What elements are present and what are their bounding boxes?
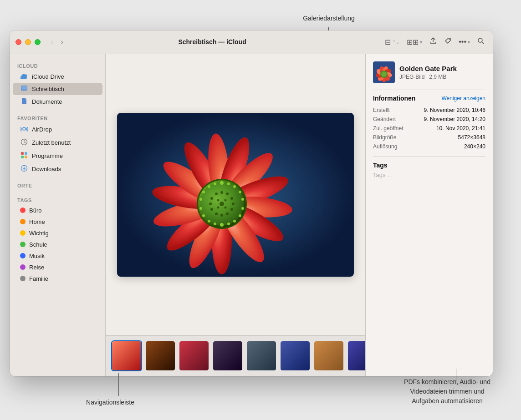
view-switcher-button[interactable]: ⊟ ⌃⌄	[382, 36, 402, 48]
sidebar-item-dokumente-label: Dokumente	[32, 98, 62, 105]
tags-placeholder[interactable]: Tags …	[373, 172, 485, 178]
svg-point-47	[220, 223, 224, 227]
info-row-erstellt: Erstellt 9. November 2020, 10:46	[373, 106, 485, 115]
svg-point-46	[214, 223, 216, 225]
thumbnail-2[interactable]	[145, 340, 176, 371]
svg-point-34	[208, 185, 210, 188]
sidebar-item-tag-schule[interactable]: Schule	[13, 239, 102, 250]
sidebar-item-tag-familie[interactable]: Familie	[13, 273, 102, 284]
sidebar-item-tag-reise-label: Reise	[29, 264, 44, 271]
divider-1	[373, 90, 485, 90]
sidebar-item-airdrop-label: AirDrop	[32, 126, 52, 133]
thumbnail-strip: Nach links drehen Markierungen	[106, 335, 365, 376]
thumbnail-6[interactable]	[280, 340, 311, 371]
svg-rect-7	[21, 152, 24, 155]
info-row-aufloesung: Auflösung 240×240	[373, 142, 485, 151]
svg-point-5	[23, 127, 26, 130]
sidebar-item-tag-home-label: Home	[29, 218, 45, 225]
sidebar-item-dokumente[interactable]: Dokumente	[13, 95, 102, 108]
info-row-zuletzt: Zul. geöffnet 10. Nov 2020, 21:41	[373, 124, 485, 133]
info-label-zuletzt: Zul. geöffnet	[373, 125, 404, 132]
svg-point-48	[220, 191, 223, 194]
sidebar-item-icloud-drive-label: iCloud Drive	[32, 73, 64, 80]
zuletzt-icon	[20, 138, 28, 147]
sidebar-item-tag-reise[interactable]: Reise	[13, 262, 102, 273]
sidebar-section-orte: Orte	[10, 179, 105, 190]
info-row-bildgroesse: Bildgröße 5472×3648	[373, 133, 485, 142]
thumbnail-5[interactable]	[246, 340, 277, 371]
title-bar: ‹ › Schreibtisch — iCloud ⊟ ⌃⌄ ⊞⊞ ▾	[10, 30, 493, 54]
sidebar-item-tag-buero-label: Büro	[29, 207, 41, 214]
sidebar-item-tag-familie-label: Familie	[29, 275, 48, 282]
thumbnail-1[interactable]	[111, 340, 142, 371]
maximize-button[interactable]	[35, 39, 41, 45]
sidebar-item-airdrop[interactable]: AirDrop	[13, 123, 102, 136]
svg-point-35	[239, 191, 241, 193]
svg-point-52	[210, 197, 213, 200]
tag-dot-buero	[20, 207, 26, 213]
sidebar-item-tag-musik[interactable]: Musik	[13, 250, 102, 262]
info-section-header: Informationen Weniger anzeigen	[373, 95, 485, 102]
sidebar-item-tag-musik-label: Musik	[29, 253, 45, 259]
svg-point-0	[449, 39, 450, 40]
search-button[interactable]	[475, 35, 487, 48]
thumbnail-3[interactable]	[179, 340, 209, 371]
sidebar-item-programme[interactable]: Programme	[13, 149, 102, 162]
sidebar-item-icloud-drive[interactable]: iCloud Drive	[13, 71, 102, 83]
sidebar-item-zuletzt[interactable]: Zuletzt benutzt	[13, 136, 102, 149]
svg-point-59	[220, 214, 223, 217]
more-arrow: ▾	[468, 40, 470, 45]
schreibtisch-icon	[20, 85, 28, 93]
sidebar-item-downloads[interactable]: Downloads	[13, 162, 102, 176]
gallery-image-container	[117, 113, 354, 277]
minimize-button[interactable]	[25, 39, 31, 45]
svg-point-64	[217, 206, 220, 208]
svg-point-55	[230, 208, 233, 211]
sidebar-item-programme-label: Programme	[32, 152, 63, 159]
tag-icon	[444, 37, 451, 46]
more-icon: •••	[459, 38, 466, 46]
svg-point-62	[217, 199, 220, 201]
tag-dot-familie	[20, 276, 26, 281]
svg-point-63	[225, 206, 227, 208]
svg-point-60	[220, 202, 224, 206]
sidebar-item-tag-home[interactable]: Home	[13, 216, 102, 228]
gallery-arrow: ▾	[420, 40, 422, 45]
sidebar-item-tag-wichtig[interactable]: Wichtig	[13, 228, 102, 239]
share-icon	[429, 37, 437, 46]
gallery-area: Nach links drehen Markierungen	[106, 54, 365, 376]
svg-point-37	[241, 198, 244, 201]
weniger-anzeigen-link[interactable]: Weniger anzeigen	[441, 95, 485, 101]
thumbnail-8[interactable]	[347, 340, 365, 371]
tag-button[interactable]	[441, 35, 454, 48]
close-button[interactable]	[15, 39, 21, 45]
svg-point-49	[226, 192, 229, 195]
share-button[interactable]	[427, 35, 439, 48]
more-button[interactable]: ••• ▾	[456, 36, 473, 48]
annotation-pdfs: PDFs kombinieren, Audio- und Videodateie…	[383, 377, 511, 406]
tag-dot-reise	[20, 264, 26, 270]
traffic-lights	[15, 39, 41, 45]
gallery-view-button[interactable]: ⊞⊞ ▾	[404, 36, 425, 48]
sidebar-item-zuletzt-label: Zuletzt benutzt	[32, 139, 71, 146]
sidebar-item-tag-buero[interactable]: Büro	[13, 205, 102, 216]
info-file-type: JPEG-Bild · 2,9 MB	[399, 74, 457, 80]
svg-point-38	[199, 198, 202, 201]
main-content: iCloud iCloud Drive	[10, 54, 493, 376]
thumbnail-4[interactable]	[212, 340, 243, 371]
info-section-title: Informationen	[373, 95, 415, 102]
sidebar-item-downloads-label: Downloads	[32, 166, 61, 172]
svg-point-32	[214, 182, 216, 185]
sidebar-item-schreibtisch[interactable]: Schreibtisch	[13, 83, 102, 95]
info-preview: Golden Gate Park JPEG-Bild · 2,9 MB	[373, 61, 485, 83]
gallery-icon: ⊞⊞	[407, 38, 419, 46]
info-value-aufloesung: 240×240	[464, 143, 485, 150]
info-label-bildgroesse: Bildgröße	[373, 134, 396, 141]
info-value-erstellt: 9. November 2020, 10:46	[424, 107, 485, 113]
gallery-main	[106, 54, 365, 335]
annotation-navigationsleiste: Navigationsleiste	[69, 399, 151, 406]
svg-rect-4	[21, 86, 27, 90]
info-panel: Golden Gate Park JPEG-Bild · 2,9 MB Info…	[365, 54, 493, 376]
thumbnail-7[interactable]	[313, 340, 344, 371]
icloud-drive-icon	[20, 73, 28, 81]
